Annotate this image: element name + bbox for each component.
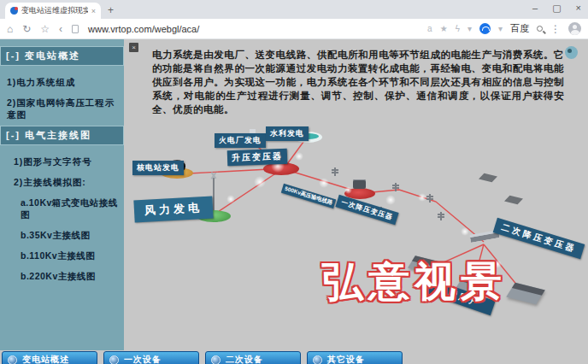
transmission-pylon — [429, 194, 431, 203]
tab-primary-equipment[interactable]: 一次设备 — [103, 351, 199, 364]
tab-secondary-equipment[interactable]: 二次设备 — [205, 351, 301, 364]
sidebar-item-10kv-diagram[interactable]: a.10Kv箱式变电站接线图 — [0, 193, 124, 226]
browser-toolbar: ⌂ ↻ ☆ ‹ www.vrtop.com/webgl/aca/ a ★ ϟ ▾… — [0, 19, 588, 39]
sidebar-item-220kv-diagram[interactable]: b.220Kv主接线图 — [0, 267, 124, 287]
transmission-pylon — [440, 212, 442, 220]
site-favicon-icon — [10, 7, 18, 15]
tab-icon — [8, 355, 17, 364]
sidebar-item-graphic-symbols[interactable]: 1)图形与文字符号 — [0, 152, 124, 173]
tab-label: 一次设备 — [124, 354, 162, 364]
tab-icon — [211, 355, 220, 364]
translate-icon[interactable]: a — [427, 25, 432, 33]
browser-tab-title: 变电站运维虚拟现实VR — [21, 5, 88, 16]
refresh-icon[interactable]: ↻ — [22, 24, 31, 34]
close-text-panel-icon[interactable]: × — [129, 43, 138, 52]
page-content: [-] 变电站概述 1)电力系统组成 2)国家电网特高压工程示意图 [-] 电气… — [0, 39, 588, 364]
tab-label: 二次设备 — [226, 354, 263, 364]
ground-panel — [479, 173, 497, 183]
watermark: 弘意视景 — [322, 255, 507, 309]
sparkle — [385, 195, 396, 205]
flash-icon[interactable]: ϟ — [456, 25, 460, 33]
intro-paragraph: 电力系统是由发电厂、送变电线路、供配电所和用电等环节组成的电能生产与消费系统。它… — [152, 48, 564, 116]
transmission-pylon — [395, 183, 397, 191]
tab-icon — [109, 355, 119, 364]
sparkle — [344, 186, 352, 194]
new-tab-button[interactable]: + — [108, 4, 114, 16]
sidebar-item-wiring-simulation[interactable]: 2)主接线模拟图: — [0, 173, 124, 193]
label-hv-transmission-line[interactable]: 500Kv高压输电线路 — [281, 184, 337, 208]
menu-icon[interactable]: ⋮ — [550, 24, 561, 34]
window-minimize-button[interactable]: – — [532, 3, 538, 14]
sparkle — [461, 227, 469, 236]
tab-other-equipment[interactable]: 其它设备 — [307, 351, 403, 364]
window-maximize-button[interactable]: ▢ — [552, 3, 561, 14]
sparkle — [226, 195, 235, 203]
tab-label: 变电站概述 — [22, 354, 69, 364]
window-close-button[interactable]: × — [576, 3, 581, 14]
chevron-down-icon[interactable]: ▾ — [498, 25, 503, 33]
favorites-icon[interactable]: ☆ — [40, 24, 50, 34]
sidebar-item-110kv-diagram[interactable]: b.110Kv主接线图 — [0, 246, 124, 267]
browser-tab-strip: 变电站运维虚拟现实VR × + – ▢ × — [0, 0, 588, 19]
label-secondary-stepdown[interactable]: 二次降压变压器 — [493, 218, 585, 259]
label-hydro-generation[interactable]: 水利发电 — [266, 126, 309, 141]
scene-viewport[interactable]: × 电力系统是由发电厂、送变电线路、供配电所和用电等环节组成的电能生产与消费系统… — [124, 39, 588, 364]
browser-window: 变电站运维虚拟现实VR × + – ▢ × ⌂ ↻ ☆ ‹ www.vrtop.… — [0, 0, 588, 364]
tab-close-icon[interactable]: × — [91, 7, 96, 15]
sparkle — [254, 176, 266, 188]
sidebar-item-35kv-diagram[interactable]: b.35Kv主接线图 — [0, 226, 124, 246]
search-engine-label[interactable]: 百度 — [510, 22, 529, 35]
label-thermal-generation[interactable]: 火电厂发电 — [215, 133, 266, 148]
user-building — [506, 283, 545, 305]
sparkle — [319, 178, 329, 188]
address-bar[interactable]: www.vrtop.com/webgl/aca/ — [88, 24, 199, 34]
sparkle — [295, 152, 303, 161]
browser-logo-icon[interactable] — [479, 23, 491, 34]
home-icon[interactable]: ⌂ — [7, 24, 13, 34]
label-wind-generation[interactable]: 风力发电 — [133, 197, 213, 223]
scene-reset-icon[interactable] — [565, 46, 578, 59]
primary-stepdown-model — [353, 179, 366, 189]
bottom-tab-bar: 变电站概述 一次设备 二次设备 其它设备 — [2, 351, 403, 364]
profile-avatar[interactable] — [568, 22, 581, 35]
label-nuclear-generation[interactable]: 核电站发电 — [132, 161, 184, 175]
browser-tab[interactable]: 变电站运维虚拟现实VR × — [5, 3, 101, 19]
tab-label: 其它设备 — [327, 354, 365, 364]
sparkle — [418, 193, 426, 202]
tab-icon — [313, 355, 322, 364]
course-menu-sidebar: [-] 变电站概述 1)电力系统组成 2)国家电网特高压工程示意图 [-] 电气… — [0, 39, 124, 350]
bookmark-star-icon[interactable]: ★ — [440, 25, 448, 33]
chevron-down-icon[interactable]: ▾ — [467, 25, 472, 33]
back-icon[interactable]: ‹ — [59, 24, 62, 34]
sidebar-item-power-system-composition[interactable]: 1)电力系统组成 — [0, 73, 124, 93]
ground-panel — [504, 196, 523, 205]
transmission-pylon — [334, 167, 336, 176]
label-stepup-transformer[interactable]: 升压变压器 — [227, 149, 288, 166]
sidebar-item-uhv-project-diagram[interactable]: 2)国家电网特高压工程示意图 — [0, 93, 124, 126]
search-icon[interactable] — [537, 26, 543, 32]
sidebar-section-substation-overview[interactable]: [-] 变电站概述 — [0, 46, 124, 66]
tab-substation-overview[interactable]: 变电站概述 — [2, 351, 97, 364]
page-icon — [72, 25, 79, 33]
sidebar-section-main-wiring-diagram[interactable]: [-] 电气主接线图 — [0, 126, 124, 145]
